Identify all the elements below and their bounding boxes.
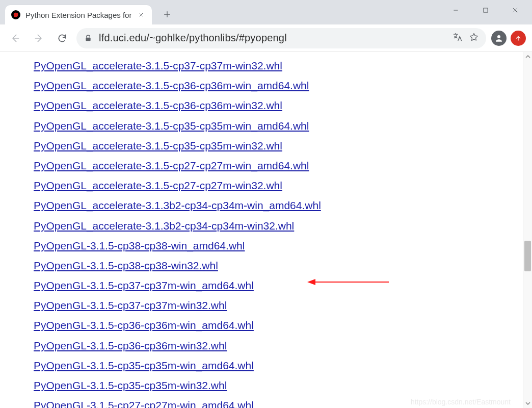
close-icon (138, 12, 144, 18)
download-link[interactable]: PyOpenGL_accelerate-3.1.5-cp27-cp27m-win… (34, 180, 282, 191)
download-link[interactable]: PyOpenGL_accelerate-3.1.5-cp37-cp37m-win… (34, 60, 282, 71)
person-icon (494, 34, 503, 43)
download-link[interactable]: PyOpenGL_accelerate-3.1.5-cp35-cp35m-win… (34, 120, 309, 132)
list-item: PyOpenGL-3.1.5-cp37-cp37m-win_amd64.whl (34, 279, 523, 292)
download-link[interactable]: PyOpenGL_accelerate-3.1.3b2-cp34-cp34m-w… (34, 199, 321, 211)
tab-strip: Python Extension Packages for (0, 0, 175, 24)
scroll-up-button[interactable] (523, 52, 532, 61)
download-link[interactable]: PyOpenGL_accelerate-3.1.3b2-cp34-cp34m-w… (34, 220, 294, 232)
list-item: PyOpenGL_accelerate-3.1.5-cp37-cp37m-win… (34, 59, 523, 72)
download-link[interactable]: PyOpenGL_accelerate-3.1.5-cp36-cp36m-win… (34, 99, 282, 111)
list-item: PyOpenGL_accelerate-3.1.5-cp35-cp35m-win… (34, 119, 523, 132)
svg-point-2 (497, 35, 500, 38)
list-item: PyOpenGL-3.1.5-cp38-cp38-win32.whl (34, 259, 523, 272)
bookmark-button[interactable] (469, 32, 479, 44)
list-item: PyOpenGL-3.1.5-cp37-cp37m-win32.whl (34, 299, 523, 312)
list-item: PyOpenGL-3.1.5-cp27-cp27m-win_amd64.whl (34, 399, 523, 408)
scrollbar-thumb[interactable] (524, 241, 531, 271)
scroll-down-button[interactable] (523, 399, 532, 408)
list-item: PyOpenGL_accelerate-3.1.5-cp35-cp35m-win… (34, 139, 523, 152)
reload-icon (57, 33, 67, 43)
forward-button[interactable] (30, 29, 48, 47)
list-item: PyOpenGL-3.1.5-cp36-cp36m-win_amd64.whl (34, 319, 523, 332)
download-link[interactable]: PyOpenGL-3.1.5-cp36-cp36m-win_amd64.whl (34, 319, 254, 331)
address-bar[interactable]: lfd.uci.edu/~gohlke/pythonlibs/#pyopengl (76, 28, 486, 48)
download-link[interactable]: PyOpenGL_accelerate-3.1.5-cp36-cp36m-win… (34, 80, 309, 91)
download-link[interactable]: PyOpenGL-3.1.5-cp27-cp27m-win_amd64.whl (34, 399, 254, 408)
window-maximize-button[interactable] (471, 1, 500, 20)
star-icon (469, 32, 479, 42)
reload-button[interactable] (53, 29, 71, 47)
list-item: PyOpenGL-3.1.5-cp35-cp35m-win_amd64.whl (34, 359, 523, 372)
list-item: PyOpenGL_accelerate-3.1.3b2-cp34-cp34m-w… (34, 219, 523, 232)
vertical-scrollbar[interactable] (523, 52, 532, 408)
translate-icon (453, 32, 463, 42)
lock-icon (84, 34, 93, 43)
list-item: PyOpenGL_accelerate-3.1.5-cp36-cp36m-win… (34, 79, 523, 92)
svg-rect-0 (484, 8, 488, 12)
close-icon (512, 7, 519, 14)
translate-button[interactable] (453, 32, 463, 44)
download-link[interactable]: PyOpenGL-3.1.5-cp38-cp38-win_amd64.whl (34, 240, 245, 251)
maximize-icon (482, 7, 489, 14)
new-tab-button[interactable] (159, 6, 175, 22)
omnibox-actions (453, 32, 479, 44)
list-item: PyOpenGL-3.1.5-cp35-cp35m-win32.whl (34, 379, 523, 392)
window-minimize-button[interactable] (441, 1, 471, 20)
list-item: PyOpenGL_accelerate-3.1.5-cp27-cp27m-win… (34, 179, 523, 192)
arrow-up-icon (515, 35, 522, 42)
url-text: lfd.uci.edu/~gohlke/pythonlibs/#pyopengl (99, 32, 446, 44)
tab-title: Python Extension Packages for (25, 11, 131, 19)
list-item: PyOpenGL_accelerate-3.1.3b2-cp34-cp34m-w… (34, 199, 523, 212)
profile-button[interactable] (491, 31, 507, 46)
list-item: PyOpenGL_accelerate-3.1.5-cp27-cp27m-win… (34, 159, 523, 172)
back-button[interactable] (6, 29, 24, 47)
window-close-button[interactable] (500, 1, 530, 20)
chevron-down-icon (525, 401, 530, 406)
download-link[interactable]: PyOpenGL-3.1.5-cp35-cp35m-win32.whl (34, 379, 227, 391)
minimize-icon (453, 7, 460, 14)
download-link[interactable]: PyOpenGL-3.1.5-cp38-cp38-win32.whl (34, 260, 218, 271)
download-link[interactable]: PyOpenGL-3.1.5-cp36-cp36m-win32.whl (34, 340, 227, 351)
download-link[interactable]: PyOpenGL-3.1.5-cp37-cp37m-win32.whl (34, 299, 227, 311)
download-link[interactable]: PyOpenGL_accelerate-3.1.5-cp27-cp27m-win… (34, 160, 309, 171)
list-item: PyOpenGL-3.1.5-cp38-cp38-win_amd64.whl (34, 239, 523, 252)
favicon (11, 10, 20, 19)
file-list: PyOpenGL_accelerate-3.1.5-cp37-cp37m-win… (34, 59, 523, 408)
list-item: PyOpenGL_accelerate-3.1.5-cp36-cp36m-win… (34, 99, 523, 112)
arrow-right-icon (34, 33, 44, 43)
download-link[interactable]: PyOpenGL-3.1.5-cp37-cp37m-win_amd64.whl (34, 279, 254, 291)
titlebar: Python Extension Packages for (0, 0, 532, 24)
svg-rect-1 (86, 37, 90, 41)
browser-window: Python Extension Packages for (0, 0, 532, 408)
list-item: PyOpenGL-3.1.5-cp36-cp36m-win32.whl (34, 339, 523, 352)
browser-tab[interactable]: Python Extension Packages for (5, 5, 152, 24)
extension-button[interactable] (511, 31, 526, 46)
toolbar-right (491, 31, 526, 46)
chevron-up-icon (525, 54, 530, 59)
download-link[interactable]: PyOpenGL_accelerate-3.1.5-cp35-cp35m-win… (34, 140, 282, 151)
toolbar: lfd.uci.edu/~gohlke/pythonlibs/#pyopengl (0, 24, 532, 52)
tab-close-button[interactable] (137, 10, 146, 19)
plus-icon (163, 10, 171, 18)
window-controls (441, 0, 532, 20)
viewport: PyOpenGL_accelerate-3.1.5-cp37-cp37m-win… (0, 52, 532, 408)
arrow-left-icon (10, 33, 20, 43)
page-content: PyOpenGL_accelerate-3.1.5-cp37-cp37m-win… (0, 52, 523, 408)
download-link[interactable]: PyOpenGL-3.1.5-cp35-cp35m-win_amd64.whl (34, 360, 254, 371)
